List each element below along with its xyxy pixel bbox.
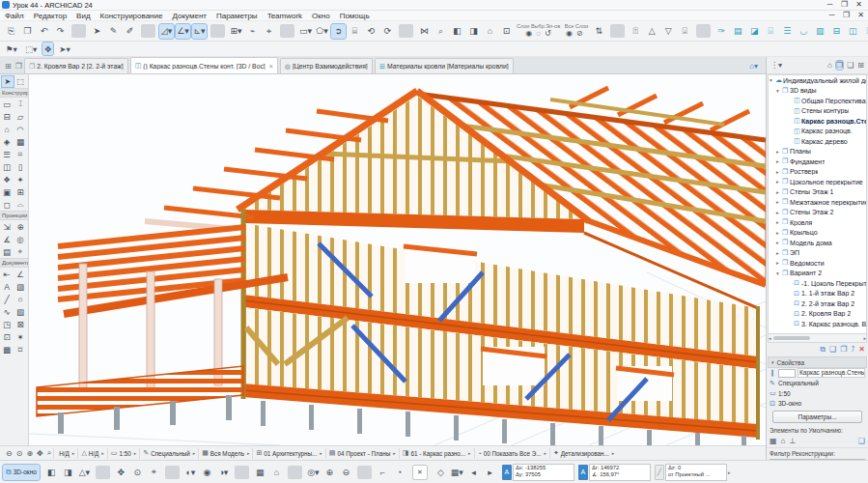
split-icon[interactable]: ◧ xyxy=(450,24,464,39)
mep-icon[interactable]: ⌺ xyxy=(764,24,778,39)
pop-up-navigator-icon[interactable]: ❐ xyxy=(15,62,22,71)
3d-styles-icon[interactable]: ▦ xyxy=(253,465,267,479)
3d-viewport[interactable] xyxy=(29,74,766,445)
door-tool[interactable]: ◫ xyxy=(0,160,14,173)
view-tab[interactable]: ◫ () Каркас разноцв.Стены конт. [3D / Во… xyxy=(130,57,278,73)
renovation-icon[interactable]: ✑ xyxy=(714,24,729,39)
object-tool[interactable]: ❖ xyxy=(0,173,14,185)
wall-tool[interactable]: ▭ xyxy=(0,98,14,110)
maximize-button[interactable]: ❐ xyxy=(837,0,852,10)
detail-level-select[interactable]: ✦ Детализирован... ▸ xyxy=(549,448,617,459)
toolbar-close-button[interactable]: ✕ xyxy=(412,465,428,480)
shadows-icon[interactable]: ◉ xyxy=(200,465,214,479)
toolbox-section-title[interactable]: Проекции xyxy=(0,211,28,220)
arrow-icon[interactable]: ➤ xyxy=(90,24,104,39)
tree-item[interactable]: ▾ Индивидуальный жилой дом и ег xyxy=(769,75,866,86)
render-icon[interactable]: ◔ xyxy=(392,465,406,479)
snap-toggle-icon[interactable]: ◇ xyxy=(434,465,448,479)
rotate-left-icon[interactable]: ⟲ xyxy=(364,24,378,39)
raise-icon[interactable]: △ xyxy=(645,24,659,39)
tree-item[interactable]: ▸ Стены Этаж 1 xyxy=(769,187,866,198)
layer-group-icons[interactable]: ◉⊘ xyxy=(564,30,589,38)
story-settings-icon[interactable]: ☰ xyxy=(780,24,795,39)
grid-snap-icon[interactable]: ⊞▾ xyxy=(229,24,243,39)
column-tool[interactable]: ⌶ xyxy=(14,98,27,110)
explore-model-icon[interactable]: ⊙ xyxy=(130,465,145,479)
parameters-button[interactable]: Параметры... xyxy=(772,411,862,423)
tree-item[interactable]: ▸ Межэтажное перекрытие xyxy=(769,197,866,208)
shading-icon[interactable]: ◐▾ xyxy=(183,465,198,479)
menu-item[interactable]: Конструирование xyxy=(96,12,168,20)
origin-icon[interactable]: ⌖ xyxy=(262,24,276,39)
tree-item[interactable]: ▸ Кровля xyxy=(769,217,866,228)
select-mode-icon[interactable]: ➤▾ xyxy=(57,43,71,55)
send-back-icon[interactable]: ⍗ xyxy=(678,24,692,39)
tree-item[interactable]: ▸ Ведомости xyxy=(769,258,866,269)
model-view-options-select[interactable]: ◨ 61 - Каркас разно... ▸ xyxy=(399,448,474,459)
doc-minimize-button[interactable]: ─ xyxy=(825,11,839,20)
project-chooser-icon[interactable]: ⋮▾ xyxy=(770,61,782,70)
favorites-icon[interactable]: ⚑▾ xyxy=(4,43,19,55)
shell-tool[interactable]: ◠ xyxy=(14,123,27,135)
layer-group-icons[interactable]: ◉◌↺ xyxy=(523,30,552,38)
bring-forward-icon[interactable]: ⍐ xyxy=(629,24,643,39)
properties-section-header[interactable]: ▾ Свойства xyxy=(768,356,867,368)
tree-horizontal-scrollbar[interactable]: ◂▸ xyxy=(768,334,867,343)
section-tool[interactable]: ⇲ xyxy=(0,220,14,233)
curtain-wall-tool[interactable]: ⊞ xyxy=(14,185,27,198)
separator[interactable] xyxy=(288,466,302,479)
pan-icon[interactable]: ✥ xyxy=(37,449,43,458)
scroll-right-icon[interactable]: ▸ xyxy=(863,335,866,341)
menu-item[interactable]: Документ xyxy=(167,12,211,20)
separator[interactable] xyxy=(610,24,625,38)
view-name-field[interactable]: Каркас разноцв.Стены конт. xyxy=(798,368,865,378)
separator[interactable] xyxy=(357,466,372,479)
lamp-tool[interactable]: ✦ xyxy=(14,173,27,185)
tree-item[interactable]: ▸ Модель дома xyxy=(769,238,866,248)
view-id-input[interactable] xyxy=(778,369,796,378)
3d-viewport-canvas[interactable] xyxy=(29,74,766,445)
send-view-icon[interactable]: ⤴ xyxy=(851,345,854,355)
stair-tool[interactable]: ☰ xyxy=(0,148,14,160)
camera-settings-icon[interactable]: ◎▾ xyxy=(306,465,321,479)
lower-icon[interactable]: ▽ xyxy=(661,24,676,39)
dimension-style-select[interactable]: ▤ 04 Проект - Планы ▸ xyxy=(325,448,399,459)
schedule-icon[interactable]: ▤ xyxy=(731,24,745,39)
view-mode-icon[interactable]: △▾ xyxy=(77,465,92,479)
resize-icon[interactable]: ⊡ xyxy=(499,24,514,39)
parallel-view-icon[interactable]: ◧ xyxy=(44,465,59,479)
tree-item[interactable]: 2. 2-й этаж Вар 2 xyxy=(769,298,866,309)
scale-select[interactable]: ▭ 1:50 ▸ xyxy=(107,448,139,459)
detail-tool[interactable]: ◎ xyxy=(14,233,27,245)
snap-guides-icon[interactable]: ∠▾ xyxy=(176,24,190,39)
tab-close-icon[interactable]: × xyxy=(269,63,273,70)
separator[interactable] xyxy=(141,24,155,38)
minimize-button[interactable]: ─ xyxy=(823,0,837,10)
orientation-select[interactable]: △ Н/Д ▸ xyxy=(77,448,106,459)
grid-elements-icon[interactable]: ▦ xyxy=(770,437,777,445)
slab-tool[interactable]: ▱ xyxy=(14,110,27,123)
camera-tool[interactable]: ⌖ xyxy=(14,245,27,258)
separator[interactable] xyxy=(71,24,86,38)
toolbox-section-title[interactable]: Документир xyxy=(0,258,28,268)
layer-combination-select[interactable]: ⊞ 01 Архитектурны... ▸ xyxy=(252,448,324,459)
pen-set-row[interactable]: ✎ Специальный xyxy=(767,379,868,389)
zone-update-icon[interactable]: ◪ xyxy=(747,24,762,39)
separator[interactable] xyxy=(280,24,294,38)
fillet-icon[interactable]: ⌂ xyxy=(483,24,497,39)
zoom-in-icon[interactable]: ⊕ xyxy=(26,449,33,458)
marquee-tool[interactable]: ⬚ xyxy=(14,76,26,87)
view-tab[interactable]: ❐ 2. Кровля Вар 2 [2. 2-й этаж] × xyxy=(24,58,128,73)
find-select-icon[interactable]: ⌕ xyxy=(434,24,448,39)
view-map-icon[interactable]: ❐ xyxy=(836,61,843,70)
window-tool[interactable]: ▯ xyxy=(14,160,27,173)
marker-tool[interactable]: ⌑ xyxy=(14,343,27,355)
delete-view-icon[interactable]: ✕ xyxy=(858,345,865,354)
3d-cutaway-icon[interactable]: ⌂ xyxy=(269,465,284,479)
tracker-xy-values[interactable]: Δх: -138255Δу: 37505 xyxy=(513,464,574,481)
arrow-tool[interactable]: ➤ xyxy=(2,76,14,87)
polyline-tool[interactable]: ✶ xyxy=(14,330,27,343)
beam-tool[interactable]: ⊟ xyxy=(0,110,14,123)
menu-item[interactable]: Файл xyxy=(0,12,29,20)
drawing-tool[interactable]: ⊡ xyxy=(0,330,14,343)
